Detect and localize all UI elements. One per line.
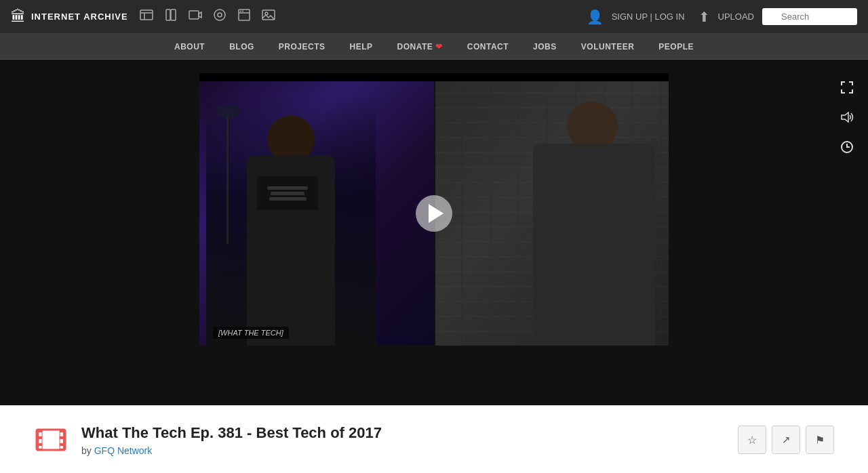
video-frame: [WHAT THE TECH] <box>199 81 669 346</box>
share-icon: ↗ <box>782 434 791 446</box>
top-nav: 🏛 INTERNET ARCHIVE 👤 SIGN UP | LOG IN ⬆ … <box>0 0 868 34</box>
images-nav-icon[interactable] <box>261 7 276 26</box>
web-nav-icon[interactable] <box>139 7 154 26</box>
svg-point-11 <box>240 11 241 12</box>
svg-rect-22 <box>39 446 42 449</box>
volume-button[interactable] <box>840 110 854 129</box>
svg-rect-4 <box>171 9 176 20</box>
video-container: [WHAT THE TECH] <box>199 73 669 346</box>
svg-rect-20 <box>39 432 42 436</box>
sign-log-link[interactable]: SIGN UP | LOG IN <box>612 12 685 22</box>
software-nav-icon[interactable] <box>237 7 252 26</box>
svg-rect-21 <box>39 439 42 443</box>
video-by-line: by GFQ Network <box>81 445 724 456</box>
history-button[interactable] <box>840 140 854 159</box>
video-caption: [WHAT THE TECH] <box>213 327 289 339</box>
flag-button[interactable]: ⚑ <box>806 426 834 454</box>
nav-item-blog[interactable]: BLOG <box>217 34 267 60</box>
svg-rect-0 <box>140 10 153 20</box>
svg-point-8 <box>218 13 222 17</box>
video-nav-icon[interactable] <box>188 7 203 26</box>
main-content: [WHAT THE TECH] <box>0 60 868 405</box>
flag-icon: ⚑ <box>815 434 825 447</box>
svg-marker-6 <box>199 12 201 18</box>
audio-nav-icon[interactable] <box>212 7 227 26</box>
video-left-panel <box>199 81 434 346</box>
film-icon <box>35 424 66 455</box>
nav-item-projects[interactable]: PROJECTS <box>267 34 338 60</box>
svg-rect-5 <box>189 11 199 19</box>
nav-item-jobs[interactable]: JOBS <box>521 34 569 60</box>
upload-link[interactable]: UPLOAD <box>718 12 754 22</box>
play-button[interactable] <box>416 195 452 232</box>
nav-item-people[interactable]: PEOPLE <box>646 34 706 60</box>
bottom-bar: What The Tech Ep. 381 - Best Tech of 201… <box>0 405 868 473</box>
author-link[interactable]: GFQ Network <box>94 445 153 456</box>
nav-right-area: 👤 SIGN UP | LOG IN ⬆ UPLOAD 🔍 <box>587 8 857 25</box>
favorite-button[interactable]: ☆ <box>738 426 766 454</box>
nav-icon-group <box>139 7 276 26</box>
nav-item-contact[interactable]: CONTACT <box>455 34 521 60</box>
action-buttons: ☆ ↗ ⚑ <box>738 426 834 454</box>
ia-logo[interactable]: 🏛 INTERNET ARCHIVE <box>11 8 128 26</box>
side-controls <box>840 80 854 159</box>
fullscreen-button[interactable] <box>840 80 854 99</box>
svg-rect-24 <box>60 439 63 443</box>
svg-rect-25 <box>60 446 63 449</box>
books-nav-icon[interactable] <box>163 7 178 26</box>
logo-text: INTERNET ARCHIVE <box>31 12 128 22</box>
svg-point-12 <box>242 11 243 12</box>
svg-rect-23 <box>60 432 63 436</box>
search-input[interactable] <box>762 8 857 25</box>
star-icon: ☆ <box>747 434 757 447</box>
nav-item-help[interactable]: HELP <box>338 34 385 60</box>
title-area: What The Tech Ep. 381 - Best Tech of 201… <box>81 424 724 457</box>
nav-item-about[interactable]: ABOUT <box>162 34 217 60</box>
donate-heart-icon: ❤ <box>435 42 443 52</box>
play-triangle-icon <box>429 204 443 223</box>
film-icon-wrapper <box>34 423 68 457</box>
archive-building-icon: 🏛 <box>11 8 26 26</box>
svg-marker-15 <box>842 112 848 122</box>
user-icon: 👤 <box>587 9 604 25</box>
video-title: What The Tech Ep. 381 - Best Tech of 201… <box>81 424 724 443</box>
svg-point-7 <box>214 9 225 20</box>
upload-icon: ⬆ <box>698 9 710 25</box>
nav-item-donate[interactable]: DONATE❤ <box>385 34 455 60</box>
svg-rect-3 <box>166 9 170 20</box>
secondary-nav: ABOUT BLOG PROJECTS HELP DONATE❤ CONTACT… <box>0 34 868 60</box>
nav-item-volunteer[interactable]: VOLUNTEER <box>569 34 647 60</box>
search-wrapper: 🔍 <box>762 8 857 25</box>
share-button[interactable]: ↗ <box>772 426 800 454</box>
video-right-panel <box>434 81 669 346</box>
